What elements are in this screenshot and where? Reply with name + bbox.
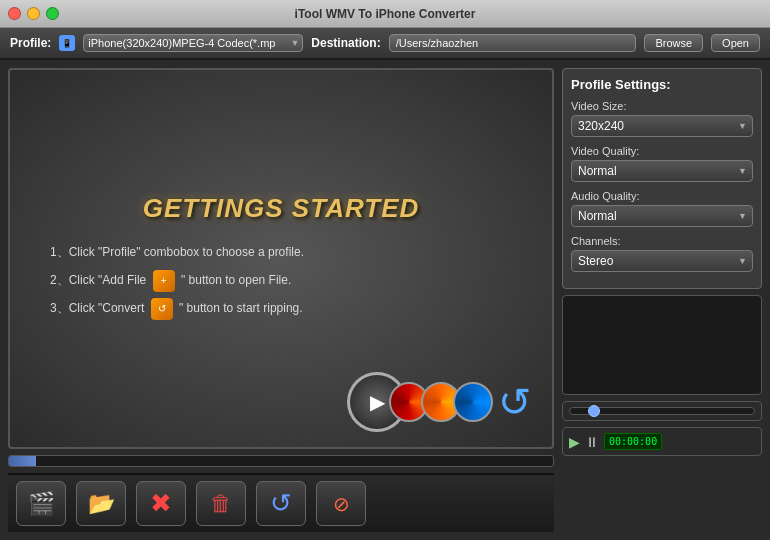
audio-quality-select[interactable]: Normal: [571, 205, 753, 227]
settings-title: Profile Settings:: [571, 77, 753, 92]
audio-quality-label: Audio Quality:: [571, 190, 753, 202]
iphone-icon: 📱: [59, 35, 75, 51]
stop-button[interactable]: ⊘: [316, 481, 366, 526]
time-display: 00:00:00: [604, 433, 662, 450]
minimize-button[interactable]: [27, 7, 40, 20]
progress-bar-fill: [9, 456, 36, 466]
destination-path[interactable]: [389, 34, 637, 52]
video-size-wrapper[interactable]: 320x240: [571, 115, 753, 137]
profile-settings-box: Profile Settings: Video Size: 320x240 Vi…: [562, 68, 762, 289]
remove-button[interactable]: ✖: [136, 481, 186, 526]
audio-quality-wrapper[interactable]: Normal: [571, 205, 753, 227]
window-controls[interactable]: [8, 7, 59, 20]
cd-3: [453, 382, 493, 422]
player-controls: [562, 401, 762, 421]
video-quality-select[interactable]: Normal: [571, 160, 753, 182]
profile-select[interactable]: iPhone(320x240)MPEG-4 Codec(*.mp: [83, 34, 303, 52]
settings-panel: Profile Settings: Video Size: 320x240 Vi…: [562, 68, 762, 532]
video-size-select[interactable]: 320x240: [571, 115, 753, 137]
preview-thumbnail: [562, 295, 762, 395]
profile-bar: Profile: 📱 iPhone(320x240)MPEG-4 Codec(*…: [0, 28, 770, 60]
delete-button[interactable]: 🗑: [196, 481, 246, 526]
window-title: iTool WMV To iPhone Converter: [295, 7, 476, 21]
media-graphic: ▶ ↺: [347, 372, 532, 432]
add-file-button[interactable]: 🎬: [16, 481, 66, 526]
open-button[interactable]: Open: [711, 34, 760, 52]
preview-panel: GETTINGS STARTED 1、Click "Profile" combo…: [8, 68, 554, 532]
play-button[interactable]: ▶: [569, 434, 580, 450]
arrow-icon: ↺: [498, 379, 532, 425]
titlebar: iTool WMV To iPhone Converter: [0, 0, 770, 28]
video-size-label: Video Size:: [571, 100, 753, 112]
profile-select-wrapper[interactable]: iPhone(320x240)MPEG-4 Codec(*.mp: [83, 34, 303, 52]
progress-bar: [8, 455, 554, 467]
player-slider[interactable]: [569, 407, 755, 415]
toolbar: 🎬 📂 ✖ 🗑 ↺ ⊘: [8, 473, 554, 532]
cd-stack: [397, 382, 493, 422]
player-transport: ▶ ⏸ 00:00:00: [562, 427, 762, 456]
video-quality-label: Video Quality:: [571, 145, 753, 157]
profile-label: Profile:: [10, 36, 51, 50]
add-folder-button[interactable]: 📂: [76, 481, 126, 526]
app-body: Profile: 📱 iPhone(320x240)MPEG-4 Codec(*…: [0, 28, 770, 540]
player-slider-thumb[interactable]: [588, 405, 600, 417]
destination-label: Destination:: [311, 36, 380, 50]
close-button[interactable]: [8, 7, 21, 20]
video-quality-wrapper[interactable]: Normal: [571, 160, 753, 182]
channels-wrapper[interactable]: Stereo: [571, 250, 753, 272]
content-area: GETTINGS STARTED 1、Click "Profile" combo…: [0, 60, 770, 540]
maximize-button[interactable]: [46, 7, 59, 20]
channels-select[interactable]: Stereo: [571, 250, 753, 272]
channels-label: Channels:: [571, 235, 753, 247]
video-area: GETTINGS STARTED 1、Click "Profile" combo…: [8, 68, 554, 449]
pause-button[interactable]: ⏸: [585, 434, 599, 450]
browse-button[interactable]: Browse: [644, 34, 703, 52]
refresh-button[interactable]: ↺: [256, 481, 306, 526]
